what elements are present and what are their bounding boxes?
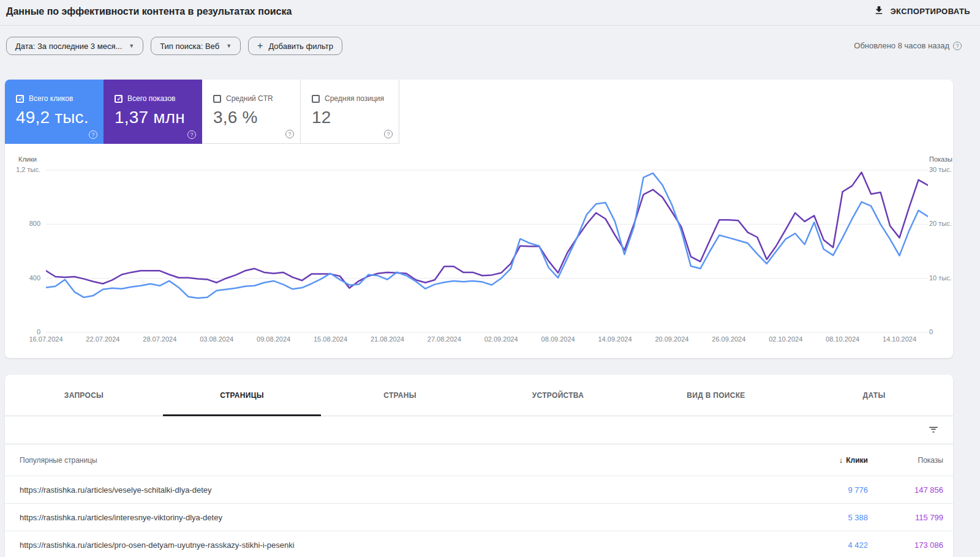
metric-label: Всего показов: [127, 94, 175, 103]
date-filter-chip[interactable]: Дата: За последние 3 меся... ▼: [6, 37, 143, 55]
performance-chart-card: Всего кликов 49,2 тыс. ? Всего показов 1…: [5, 80, 953, 358]
metrics-row: Всего кликов 49,2 тыс. ? Всего показов 1…: [5, 80, 399, 144]
page-url-link[interactable]: https://rastishka.ru/articles/pro-osen-d…: [20, 540, 794, 550]
left-axis-tick: 800: [12, 220, 40, 227]
impressions-value: 147 856: [868, 485, 943, 495]
x-axis-tick: 02.09.2024: [484, 335, 518, 343]
checkbox-icon: [115, 95, 123, 103]
tab-countries[interactable]: СТРАНЫ: [321, 375, 479, 416]
search-type-filter-chip[interactable]: Тип поиска: Веб ▼: [151, 37, 241, 55]
x-axis-tick: 21.08.2024: [371, 335, 404, 343]
top-header: Данные по эффективности контента в резул…: [0, 0, 980, 26]
help-icon[interactable]: ?: [953, 42, 962, 50]
chevron-down-icon: ▼: [129, 43, 134, 49]
left-axis-tick: 400: [12, 274, 40, 282]
page-url-link[interactable]: https://rastishka.ru/articles/veselye-sc…: [20, 485, 794, 495]
metric-card-average-ctr[interactable]: Средний CTR 3,6 % ?: [202, 80, 301, 144]
x-axis-tick: 27.08.2024: [428, 335, 461, 343]
x-axis-tick: 26.09.2024: [712, 335, 745, 343]
table-row[interactable]: https://rastishka.ru/articles/veselye-sc…: [5, 476, 953, 503]
help-icon[interactable]: ?: [285, 130, 294, 138]
metric-card-total-impressions[interactable]: Всего показов 1,37 млн ?: [104, 80, 202, 144]
add-filter-label: Добавить фильтр: [268, 42, 333, 51]
help-icon[interactable]: ?: [187, 130, 196, 139]
metric-card-total-clicks[interactable]: Всего кликов 49,2 тыс. ?: [5, 80, 104, 144]
tab-pages[interactable]: СТРАНИЦЫ: [163, 375, 321, 416]
clicks-value: 4 422: [794, 540, 868, 550]
metric-value: 1,37 млн: [115, 108, 202, 127]
checkbox-icon: [312, 95, 320, 103]
metric-card-average-position[interactable]: Средняя позиция 12 ?: [301, 80, 399, 144]
left-axis-tick: 1,2 тыс.: [12, 166, 40, 173]
download-icon: [873, 5, 884, 18]
filter-list-icon: [928, 428, 939, 437]
clicks-value: 5 388: [794, 513, 868, 522]
plus-icon: +: [257, 40, 263, 51]
updated-status: Обновлено 8 часов назад ?: [854, 41, 962, 50]
x-axis-tick: 16.07.2024: [29, 335, 62, 343]
export-label: ЭКСПОРТИРОВАТЬ: [890, 7, 970, 16]
date-filter-label: Дата: За последние 3 меся...: [15, 42, 122, 51]
tab-search-appearance[interactable]: ВИД В ПОИСКЕ: [637, 375, 795, 416]
help-icon[interactable]: ?: [384, 130, 393, 138]
x-axis-tick: 08.09.2024: [541, 335, 575, 343]
impressions-value: 115 799: [868, 513, 943, 522]
left-axis-tick: 0: [12, 328, 40, 335]
tab-devices[interactable]: УСТРОЙСТВА: [479, 375, 637, 416]
metric-label: Средняя позиция: [325, 94, 384, 103]
x-axis-tick: 20.09.2024: [655, 335, 688, 343]
search-type-label: Тип поиска: Веб: [160, 42, 219, 51]
metric-label: Средний CTR: [226, 94, 273, 103]
checkbox-icon: [16, 95, 24, 103]
page-url-link[interactable]: https://rastishka.ru/articles/interesnye…: [20, 513, 794, 522]
export-button[interactable]: ЭКСПОРТИРОВАТЬ: [873, 5, 970, 18]
dimensions-table-card: ЗАПРОСЫ СТРАНИЦЫ СТРАНЫ УСТРОЙСТВА ВИД В…: [5, 375, 953, 557]
sort-desc-icon: ↓: [839, 455, 843, 465]
dimension-tabs: ЗАПРОСЫ СТРАНИЦЫ СТРАНЫ УСТРОЙСТВА ВИД В…: [5, 375, 953, 416]
chevron-down-icon: ▼: [226, 43, 232, 49]
clicks-value: 9 776: [794, 485, 868, 495]
x-axis-tick: 03.08.2024: [200, 335, 233, 343]
impressions-value: 173 086: [868, 540, 943, 550]
filter-bar: Дата: За последние 3 меся... ▼ Тип поиск…: [0, 26, 980, 66]
updated-text: Обновлено 8 часов назад: [854, 41, 949, 50]
impressions-column-header[interactable]: Показы: [868, 456, 943, 465]
x-axis-tick: 08.10.2024: [826, 335, 859, 343]
right-axis-tick: 30 тыс.: [929, 166, 952, 173]
table-row[interactable]: https://rastishka.ru/articles/pro-osen-d…: [5, 531, 953, 557]
left-axis-title: Клики: [18, 155, 37, 163]
tab-dates[interactable]: ДАТЫ: [795, 375, 953, 416]
x-axis-labels: 16.07.202422.07.202428.07.202403.08.2024…: [46, 335, 928, 345]
x-axis-tick: 14.09.2024: [598, 335, 632, 343]
x-axis-tick: 14.10.2024: [883, 335, 916, 343]
x-axis-tick: 22.07.2024: [86, 335, 119, 343]
right-axis-title: Показы: [929, 155, 952, 163]
x-axis-tick: 02.10.2024: [769, 335, 802, 343]
table-tools-row: [5, 416, 953, 444]
x-axis-tick: 09.08.2024: [257, 335, 290, 343]
table-header-row: Популярные страницы ↓Клики Показы: [5, 444, 953, 476]
filter-rows-button[interactable]: [927, 424, 940, 436]
table-row[interactable]: https://rastishka.ru/articles/interesnye…: [5, 503, 953, 531]
performance-line-chart: [46, 166, 928, 338]
metric-value: 12: [312, 108, 399, 127]
page-title: Данные по эффективности контента в резул…: [6, 6, 292, 17]
right-axis-tick: 0: [929, 328, 933, 335]
metric-value: 49,2 тыс.: [16, 108, 104, 127]
clicks-column-header[interactable]: ↓Клики: [794, 455, 868, 465]
add-filter-chip[interactable]: + Добавить фильтр: [248, 37, 342, 55]
x-axis-tick: 15.08.2024: [314, 335, 347, 343]
right-axis-tick: 10 тыс.: [929, 274, 952, 282]
x-axis-tick: 28.07.2024: [143, 335, 176, 343]
pages-column-header: Популярные страницы: [20, 456, 794, 465]
tab-queries[interactable]: ЗАПРОСЫ: [5, 375, 163, 416]
right-axis-tick: 20 тыс.: [929, 220, 952, 227]
metric-label: Всего кликов: [29, 94, 73, 103]
metric-value: 3,6 %: [213, 108, 300, 127]
help-icon[interactable]: ?: [89, 130, 97, 139]
checkbox-icon: [213, 95, 221, 103]
